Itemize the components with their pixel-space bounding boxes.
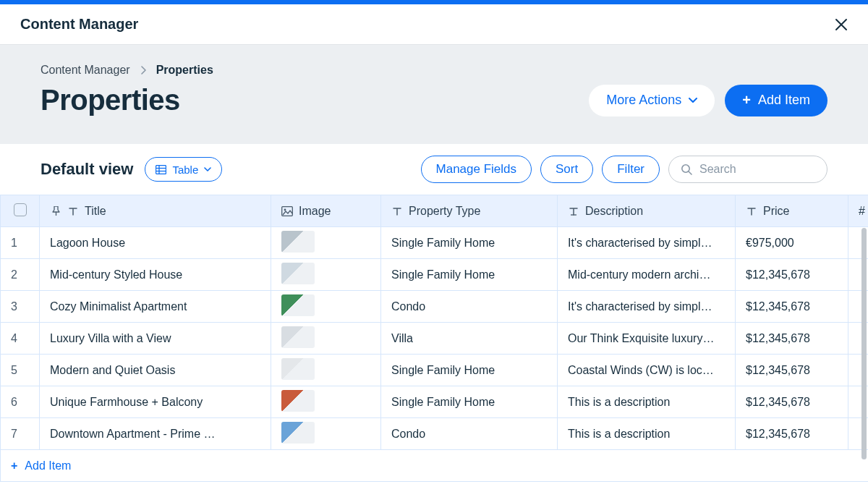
cell-price[interactable]: $12,345,678 bbox=[736, 418, 848, 450]
table-row[interactable]: 7Downtown Apartment - Prime …CondoThis i… bbox=[1, 418, 869, 450]
search-input[interactable] bbox=[699, 163, 808, 176]
table-row[interactable]: 6Unique Farmhouse + BalconySingle Family… bbox=[1, 386, 869, 418]
plus-icon: + bbox=[11, 459, 17, 472]
table-row[interactable]: 3Cozy Minimalist ApartmentCondoIt's char… bbox=[1, 291, 869, 323]
vertical-scrollbar[interactable] bbox=[861, 228, 867, 459]
cell-price[interactable]: $12,345,678 bbox=[736, 386, 848, 418]
add-item-label: Add Item bbox=[758, 93, 810, 108]
thumbnail bbox=[281, 263, 315, 284]
cell-title[interactable]: Downtown Apartment - Prime … bbox=[40, 418, 271, 450]
text-field-icon bbox=[67, 205, 79, 217]
column-select[interactable] bbox=[1, 195, 40, 227]
richtext-field-icon bbox=[568, 205, 579, 217]
toolbar: Default view Table Manage Fields Sort Fi… bbox=[0, 144, 868, 195]
cell-property-type[interactable]: Single Family Home bbox=[381, 227, 558, 259]
cell-description[interactable]: Mid-century modern archi… bbox=[558, 259, 736, 291]
column-title[interactable]: Title bbox=[40, 195, 271, 227]
thumbnail bbox=[281, 358, 315, 380]
cell-title[interactable]: Lagoon House bbox=[40, 227, 271, 259]
cell-image[interactable] bbox=[271, 227, 381, 259]
cell-price[interactable]: $12,345,678 bbox=[736, 291, 848, 323]
thumbnail bbox=[281, 326, 315, 348]
view-name: Default view bbox=[41, 160, 133, 179]
cell-description[interactable]: It's characterised by simpl… bbox=[558, 291, 736, 323]
cell-title[interactable]: Unique Farmhouse + Balcony bbox=[40, 386, 271, 418]
cell-price[interactable]: $12,345,678 bbox=[736, 323, 848, 355]
column-price-label: Price bbox=[763, 205, 789, 218]
row-index: 1 bbox=[1, 227, 40, 259]
cell-title[interactable]: Cozy Minimalist Apartment bbox=[40, 291, 271, 323]
breadcrumb-current: Properties bbox=[156, 64, 213, 77]
sort-button[interactable]: Sort bbox=[540, 156, 593, 183]
column-description[interactable]: Description bbox=[558, 195, 736, 227]
cell-property-type[interactable]: Condo bbox=[381, 291, 558, 323]
cell-description[interactable]: Coastal Winds (CW) is loc… bbox=[558, 355, 736, 386]
svg-point-7 bbox=[284, 208, 286, 211]
close-button[interactable] bbox=[835, 18, 848, 31]
filter-button[interactable]: Filter bbox=[602, 156, 660, 183]
cell-property-type[interactable]: Single Family Home bbox=[381, 386, 558, 418]
row-index: 6 bbox=[1, 386, 40, 418]
chevron-down-icon bbox=[689, 98, 697, 103]
cell-price[interactable]: €975,000 bbox=[736, 227, 848, 259]
cell-image[interactable] bbox=[271, 386, 381, 418]
column-extra-label: # bbox=[859, 205, 865, 217]
table-row[interactable]: 5Modern and Quiet OasisSingle Family Hom… bbox=[1, 355, 869, 386]
more-actions-label: More Actions bbox=[606, 93, 681, 108]
row-index: 4 bbox=[1, 323, 40, 355]
column-desc-label: Description bbox=[585, 205, 643, 218]
cell-property-type[interactable]: Single Family Home bbox=[381, 355, 558, 386]
header: Content Manager bbox=[0, 4, 868, 45]
column-extra[interactable]: # bbox=[848, 195, 869, 227]
table-row[interactable]: 2Mid-century Styled HouseSingle Family H… bbox=[1, 259, 869, 291]
cell-title[interactable]: Luxury Villa with a View bbox=[40, 323, 271, 355]
select-all-checkbox[interactable] bbox=[14, 203, 27, 216]
table-row[interactable]: 1Lagoon HouseSingle Family HomeIt's char… bbox=[1, 227, 869, 259]
thumbnail bbox=[281, 231, 315, 253]
view-mode-label: Table bbox=[172, 164, 198, 176]
cell-description[interactable]: Our Think Exquisite luxury… bbox=[558, 323, 736, 355]
manage-fields-button[interactable]: Manage Fields bbox=[421, 156, 532, 183]
pin-icon bbox=[50, 205, 61, 217]
cell-image[interactable] bbox=[271, 418, 381, 450]
cell-title[interactable]: Mid-century Styled House bbox=[40, 259, 271, 291]
subheader: Content Manager Properties Properties Mo… bbox=[0, 45, 868, 144]
cell-title[interactable]: Modern and Quiet Oasis bbox=[40, 355, 271, 386]
table-container: Title Image Property Type bbox=[0, 195, 868, 482]
cell-image[interactable] bbox=[271, 355, 381, 386]
cell-property-type[interactable]: Condo bbox=[381, 418, 558, 450]
more-actions-button[interactable]: More Actions bbox=[589, 85, 715, 116]
cell-description[interactable]: This is a description bbox=[558, 418, 736, 450]
column-price[interactable]: Price bbox=[736, 195, 848, 227]
image-field-icon bbox=[281, 205, 293, 217]
thumbnail bbox=[281, 294, 315, 316]
breadcrumb: Content Manager Properties bbox=[41, 64, 827, 77]
search-field[interactable] bbox=[668, 156, 827, 183]
row-index: 2 bbox=[1, 259, 40, 291]
thumbnail bbox=[281, 390, 315, 412]
column-ptype-label: Property Type bbox=[409, 205, 480, 218]
cell-price[interactable]: $12,345,678 bbox=[736, 259, 848, 291]
cell-image[interactable] bbox=[271, 323, 381, 355]
cell-price[interactable]: $12,345,678 bbox=[736, 355, 848, 386]
search-icon bbox=[681, 164, 692, 175]
column-image[interactable]: Image bbox=[271, 195, 381, 227]
text-field-icon bbox=[746, 205, 757, 217]
chevron-down-icon bbox=[204, 167, 211, 172]
cell-image[interactable] bbox=[271, 291, 381, 323]
chevron-right-icon bbox=[140, 66, 146, 75]
breadcrumb-root[interactable]: Content Manager bbox=[41, 64, 130, 77]
cell-property-type[interactable]: Single Family Home bbox=[381, 259, 558, 291]
view-mode-select[interactable]: Table bbox=[145, 157, 222, 182]
cell-description[interactable]: This is a description bbox=[558, 386, 736, 418]
add-item-button[interactable]: + Add Item bbox=[725, 85, 827, 116]
table-icon bbox=[156, 165, 166, 174]
row-index: 3 bbox=[1, 291, 40, 323]
cell-description[interactable]: It's characterised by simpl… bbox=[558, 227, 736, 259]
cell-image[interactable] bbox=[271, 259, 381, 291]
cell-property-type[interactable]: Villa bbox=[381, 323, 558, 355]
column-property-type[interactable]: Property Type bbox=[381, 195, 558, 227]
add-item-row[interactable]: +Add Item bbox=[1, 450, 869, 482]
app-title: Content Manager bbox=[20, 16, 138, 33]
table-row[interactable]: 4Luxury Villa with a ViewVillaOur Think … bbox=[1, 323, 869, 355]
